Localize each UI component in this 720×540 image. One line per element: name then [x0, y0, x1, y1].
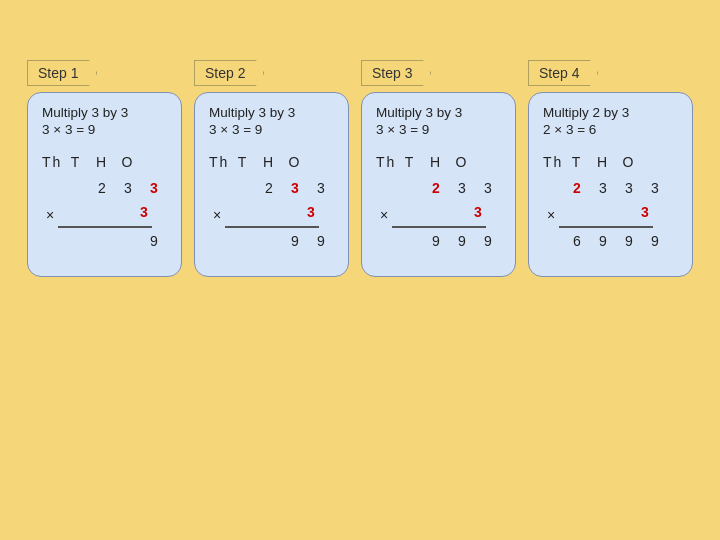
- result-cell: 9: [287, 230, 303, 254]
- multiplier-cell: [444, 201, 460, 225]
- step-3-headers: ThTHO: [376, 151, 496, 175]
- step-3-wrapper: Step 3Multiply 3 by 33 × 3 = 9ThTHO233×3…: [361, 60, 516, 277]
- result-cell: [68, 230, 84, 254]
- number1-cell: [235, 177, 251, 201]
- number1-cell: [402, 177, 418, 201]
- number1-cell: 2: [261, 177, 277, 201]
- step-1-headers: ThTHO: [42, 151, 162, 175]
- place-header-cell: H: [261, 151, 277, 175]
- result-cell: [94, 230, 110, 254]
- step-4-headers: ThTHO: [543, 151, 663, 175]
- multiplier-cell: [392, 201, 408, 225]
- result-cell: 9: [146, 230, 162, 254]
- step-2-headers: ThTHO: [209, 151, 329, 175]
- step-1-multiplier-row: ×3: [42, 201, 162, 231]
- step-2-wrapper: Step 2Multiply 3 by 33 × 3 = 9ThTHO233×3…: [194, 60, 349, 277]
- step-4-card: Multiply 2 by 32 × 3 = 6ThTHO2333×36999: [528, 92, 693, 277]
- number1-cell: 2: [569, 177, 585, 201]
- step-3-multiplier-row: ×3: [376, 201, 496, 231]
- times-sign: ×: [543, 204, 559, 228]
- underline-row: 3: [58, 201, 152, 229]
- number1-cell: [68, 177, 84, 201]
- multiplier-cell: [559, 201, 575, 225]
- result-cell: 9: [313, 230, 329, 254]
- number1-cell: 3: [480, 177, 496, 201]
- number1-cell: 3: [287, 177, 303, 201]
- times-sign: ×: [42, 204, 58, 228]
- underline-row: 3: [559, 201, 653, 229]
- place-header-cell: O: [621, 151, 637, 175]
- multiplier-cell: [611, 201, 627, 225]
- place-header-cell: O: [120, 151, 136, 175]
- number1-cell: 3: [120, 177, 136, 201]
- step-1-number1-row: 233: [42, 177, 162, 201]
- place-header-cell: T: [402, 151, 418, 175]
- number1-cell: 3: [595, 177, 611, 201]
- number1-cell: 3: [146, 177, 162, 201]
- times-sign: ×: [209, 204, 225, 228]
- step-4-result-row-0: 6999: [543, 230, 663, 254]
- place-header-cell: O: [454, 151, 470, 175]
- multiplier-cell: 3: [637, 201, 653, 225]
- place-header-cell: T: [569, 151, 585, 175]
- step-4-number1-row: 2333: [543, 177, 663, 201]
- place-header-cell: Th: [209, 151, 225, 175]
- step-1-label: Step 1: [27, 60, 97, 86]
- step-4-title: Multiply 2 by 3: [543, 105, 629, 120]
- step-4-badge: Step 4: [528, 60, 598, 86]
- step-4-multiplier-row: ×3: [543, 201, 663, 231]
- number1-cell: 2: [428, 177, 444, 201]
- step-4-place-table: ThTHO2333×36999: [543, 151, 663, 254]
- number1-cell: 3: [313, 177, 329, 201]
- place-header-cell: O: [287, 151, 303, 175]
- step-3-badge: Step 3: [361, 60, 431, 86]
- multiplier-cell: [277, 201, 293, 225]
- multiplier-cell: [585, 201, 601, 225]
- number1-cell: 3: [454, 177, 470, 201]
- multiplier-cell: [58, 201, 74, 225]
- step-2-label: Step 2: [194, 60, 264, 86]
- place-header-cell: Th: [376, 151, 392, 175]
- multiplier-cell: [251, 201, 267, 225]
- step-2-title: Multiply 3 by 3: [209, 105, 295, 120]
- step-1-result-row-0: 9: [42, 230, 162, 254]
- step-2-number1-row: 233: [209, 177, 329, 201]
- step-3-result-row-0: 999: [376, 230, 496, 254]
- result-cell: 6: [569, 230, 585, 254]
- multiplier-cell: [225, 201, 241, 225]
- step-1-title: Multiply 3 by 3: [42, 105, 128, 120]
- step-3-card: Multiply 3 by 33 × 3 = 9ThTHO233×3999: [361, 92, 516, 277]
- step-1-badge: Step 1: [27, 60, 97, 86]
- place-header-cell: Th: [543, 151, 559, 175]
- multiplier-cell: 3: [470, 201, 486, 225]
- place-header-cell: Th: [42, 151, 58, 175]
- multiplier-cell: [84, 201, 100, 225]
- result-cell: 9: [595, 230, 611, 254]
- multiplier-cell: [110, 201, 126, 225]
- step-1-place-table: ThTHO233×39: [42, 151, 162, 254]
- place-header-cell: T: [235, 151, 251, 175]
- result-cell: [235, 230, 251, 254]
- multiplier-cell: [418, 201, 434, 225]
- place-header-cell: T: [68, 151, 84, 175]
- step-2-place-table: ThTHO233×399: [209, 151, 329, 254]
- result-cell: 9: [480, 230, 496, 254]
- result-cell: 9: [621, 230, 637, 254]
- step-2-card: Multiply 3 by 33 × 3 = 9ThTHO233×399: [194, 92, 349, 277]
- step-3-equation: 3 × 3 = 9: [376, 122, 429, 137]
- step-3-place-table: ThTHO233×3999: [376, 151, 496, 254]
- place-header-cell: H: [595, 151, 611, 175]
- step-2-badge: Step 2: [194, 60, 264, 86]
- result-cell: 9: [428, 230, 444, 254]
- result-cell: 9: [647, 230, 663, 254]
- place-header-cell: H: [94, 151, 110, 175]
- step-3-number1-row: 233: [376, 177, 496, 201]
- step-2-result-row-0: 99: [209, 230, 329, 254]
- result-cell: 9: [454, 230, 470, 254]
- multiplier-cell: 3: [136, 201, 152, 225]
- number1-cell: 3: [621, 177, 637, 201]
- number1-cell: 3: [647, 177, 663, 201]
- underline-row: 3: [392, 201, 486, 229]
- result-cell: [261, 230, 277, 254]
- step-2-equation: 3 × 3 = 9: [209, 122, 262, 137]
